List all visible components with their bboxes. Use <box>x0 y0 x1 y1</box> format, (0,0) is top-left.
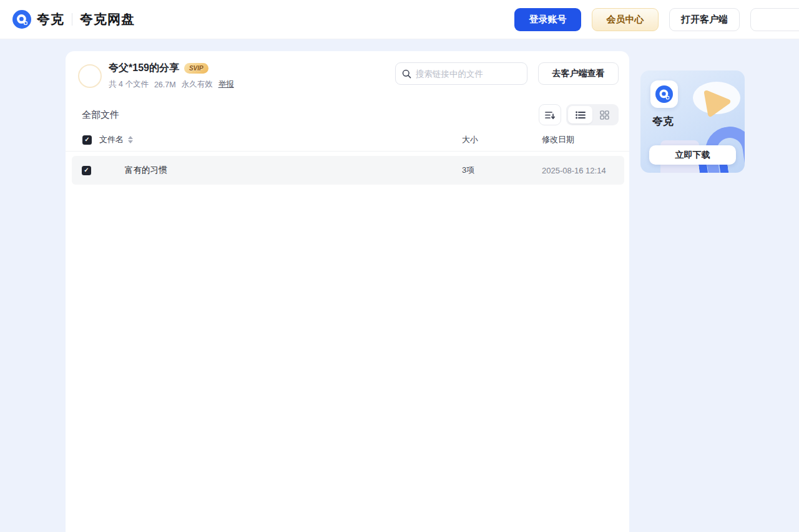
sharer-avatar <box>78 64 102 88</box>
brand: 夸克 夸克网盘 <box>12 10 135 29</box>
file-icon-placeholder <box>99 160 125 181</box>
grid-view-button[interactable] <box>592 106 617 123</box>
app-download-promo-card[interactable]: 夸克 立即下载 <box>640 70 745 173</box>
file-modified-date: 2025-08-16 12:14 <box>542 166 619 175</box>
search-icon <box>402 69 411 79</box>
row-checkbox[interactable] <box>82 166 91 175</box>
view-controls <box>539 104 619 125</box>
share-file-count: 共 4 个文件 <box>109 79 149 90</box>
login-button[interactable]: 登录账号 <box>514 8 581 31</box>
quark-logo-icon <box>12 10 31 29</box>
select-all-checkbox[interactable] <box>82 135 92 145</box>
name-sort-arrows-icon[interactable] <box>128 136 133 143</box>
search-box[interactable] <box>395 62 527 85</box>
search-input[interactable] <box>416 69 521 79</box>
file-list-toolbar: 全部文件 <box>66 96 629 133</box>
share-total-size: 26.7M <box>154 80 176 89</box>
brand-product-name: 夸克网盘 <box>80 11 135 28</box>
column-header-size: 大小 <box>462 134 542 145</box>
list-view-button[interactable] <box>568 106 592 123</box>
column-header-name[interactable]: 文件名 <box>99 134 124 145</box>
svip-badge: SVIP <box>184 63 208 74</box>
sort-order-button[interactable] <box>539 104 561 125</box>
file-name[interactable]: 富有的习惯 <box>125 165 462 176</box>
share-header-actions: 去客户端查看 <box>395 62 619 85</box>
share-panel: 夸父*159的分享 SVIP 共 4 个文件 26.7M 永久有效 举报 <box>66 51 629 532</box>
download-now-button[interactable]: 立即下载 <box>649 145 736 165</box>
quark-logo-icon <box>655 85 673 103</box>
share-info: 夸父*159的分享 SVIP 共 4 个文件 26.7M 永久有效 举报 <box>78 62 234 90</box>
view-in-client-button[interactable]: 去客户端查看 <box>538 62 619 85</box>
grid-view-icon <box>600 110 609 120</box>
share-validity: 永久有效 <box>182 79 213 90</box>
section-title: 全部文件 <box>82 109 119 121</box>
open-client-button[interactable]: 打开客户端 <box>669 8 740 31</box>
extra-header-button[interactable] <box>750 8 799 31</box>
column-header-modified: 修改日期 <box>542 134 619 145</box>
file-row[interactable]: 富有的习惯 3项 2025-08-16 12:14 <box>72 156 624 185</box>
quark-app-icon <box>650 80 678 108</box>
report-link[interactable]: 举报 <box>218 79 234 90</box>
sort-order-icon <box>545 110 556 120</box>
share-title: 夸父*159的分享 <box>109 62 179 75</box>
brand-name: 夸克 <box>37 11 64 28</box>
list-view-icon <box>576 111 586 119</box>
file-table-header: 文件名 大小 修改日期 <box>66 133 629 152</box>
brand-divider <box>72 13 72 26</box>
promo-app-name: 夸克 <box>652 114 674 128</box>
file-size: 3项 <box>462 165 542 176</box>
vip-center-button[interactable]: 会员中心 <box>592 8 659 31</box>
share-header: 夸父*159的分享 SVIP 共 4 个文件 26.7M 永久有效 举报 <box>66 51 629 96</box>
top-navigation-bar: 夸克 夸克网盘 登录账号 会员中心 打开客户端 <box>0 0 799 39</box>
play-triangle-icon <box>700 88 733 118</box>
topbar-actions: 登录账号 会员中心 打开客户端 <box>514 8 799 31</box>
share-meta: 共 4 个文件 26.7M 永久有效 举报 <box>109 79 234 90</box>
view-mode-toggle <box>566 104 619 125</box>
